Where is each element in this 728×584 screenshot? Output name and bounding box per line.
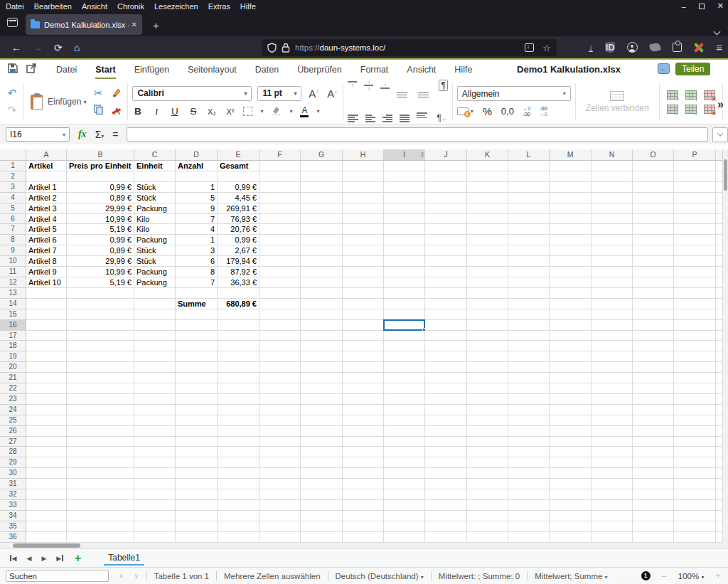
cell-x10[interactable]: [716, 256, 723, 267]
follow-editor-icon[interactable]: ←: [658, 63, 670, 74]
cell-F1[interactable]: [259, 161, 301, 171]
cell-O24[interactable]: [633, 405, 674, 415]
cell-G33[interactable]: [301, 500, 343, 511]
cell-J9[interactable]: [425, 245, 467, 256]
cell-E10[interactable]: 179,94 €: [218, 256, 259, 267]
cell-D8[interactable]: 1: [176, 235, 218, 245]
decrease-indent-icon[interactable]: ←: [418, 80, 432, 100]
cell-C28[interactable]: [134, 447, 176, 457]
status-item-4[interactable]: Mittelwert; Summe ▾: [535, 572, 607, 580]
cell-B7[interactable]: 5,19 €: [67, 224, 134, 235]
cell-C17[interactable]: [134, 331, 176, 341]
cell-H12[interactable]: [343, 277, 384, 288]
cell-F33[interactable]: [259, 500, 301, 511]
cell-B3[interactable]: 0,99 €: [67, 182, 134, 193]
cell-E25[interactable]: [218, 415, 259, 426]
cell-L17[interactable]: [508, 331, 550, 341]
center-vertically-icon[interactable]: ↓↑: [364, 80, 373, 92]
cell-B36[interactable]: [67, 532, 134, 543]
formatting-marks-icon[interactable]: ¶: [439, 80, 447, 91]
cell-M32[interactable]: [550, 489, 592, 500]
cell-K26[interactable]: [467, 426, 508, 437]
cell-O20[interactable]: [633, 362, 674, 373]
cell-I14[interactable]: [384, 299, 425, 309]
cell-B5[interactable]: 29,99 €: [67, 203, 134, 214]
column-header-L[interactable]: L: [508, 149, 550, 160]
cell-A5[interactable]: Artikel 3: [26, 203, 67, 214]
cell-O6[interactable]: [633, 214, 674, 225]
cell-J21[interactable]: [425, 373, 467, 383]
cell-M30[interactable]: [550, 468, 592, 479]
cell-J1[interactable]: [425, 161, 467, 171]
cell-F22[interactable]: [259, 383, 301, 394]
cell-A14[interactable]: [26, 299, 67, 309]
cell-K31[interactable]: [467, 479, 508, 489]
cell-E33[interactable]: [218, 500, 259, 511]
format-paintbrush-icon[interactable]: [110, 87, 123, 100]
cell-P20[interactable]: [674, 362, 716, 373]
cell-P34[interactable]: [674, 511, 716, 521]
cell-H20[interactable]: [343, 362, 384, 373]
cell-C19[interactable]: [134, 351, 176, 362]
cell-A11[interactable]: Artikel 9: [26, 267, 67, 277]
autosum-icon[interactable]: Σ▾: [95, 129, 105, 140]
cell-P21[interactable]: [674, 373, 716, 383]
cell-B14[interactable]: [67, 299, 134, 309]
cell-I30[interactable]: [384, 468, 425, 479]
cell-x27[interactable]: [716, 437, 723, 447]
cell-D19[interactable]: [176, 351, 218, 362]
cell-H16[interactable]: [343, 320, 384, 331]
cell-E15[interactable]: [218, 309, 259, 320]
cell-P8[interactable]: [674, 235, 716, 245]
cell-C20[interactable]: [134, 362, 176, 373]
cell-H10[interactable]: [343, 256, 384, 267]
cell-D29[interactable]: [176, 457, 218, 468]
cell-L16[interactable]: [508, 320, 550, 331]
browser-menu-bearbeiten[interactable]: Bearbeiten: [34, 2, 72, 11]
cell-A6[interactable]: Artikel 4: [26, 214, 67, 225]
number-format-icon[interactable]: 0,0: [501, 106, 514, 117]
cell-x7[interactable]: [716, 224, 723, 235]
cell-A28[interactable]: [26, 447, 67, 457]
browser-menu-chronik[interactable]: Chronik: [117, 2, 144, 11]
cell-L5[interactable]: [508, 203, 550, 214]
cell-D10[interactable]: 6: [176, 256, 218, 267]
cell-O9[interactable]: [633, 245, 674, 256]
cell-J32[interactable]: [425, 489, 467, 500]
cell-J35[interactable]: [425, 521, 467, 532]
cell-J20[interactable]: [425, 362, 467, 373]
cell-C25[interactable]: [134, 415, 176, 426]
cell-M31[interactable]: [550, 479, 592, 489]
cell-H4[interactable]: [343, 193, 384, 203]
cell-K22[interactable]: [467, 383, 508, 394]
cell-I22[interactable]: [384, 383, 425, 394]
cell-E21[interactable]: [218, 373, 259, 383]
cell-O14[interactable]: [633, 299, 674, 309]
cell-I31[interactable]: [384, 479, 425, 489]
cell-D15[interactable]: [176, 309, 218, 320]
cell-I19[interactable]: [384, 351, 425, 362]
row-header-23[interactable]: 23: [0, 394, 26, 405]
cell-A33[interactable]: [26, 500, 67, 511]
cell-P19[interactable]: [674, 351, 716, 362]
cell-K16[interactable]: [467, 320, 508, 331]
cell-G19[interactable]: [301, 351, 343, 362]
cell-J22[interactable]: [425, 383, 467, 394]
cell-K6[interactable]: [467, 214, 508, 225]
cell-H24[interactable]: [343, 405, 384, 415]
cell-F27[interactable]: [259, 437, 301, 447]
cell-E27[interactable]: [218, 437, 259, 447]
row-header-30[interactable]: 30: [0, 468, 26, 479]
cell-I16[interactable]: [384, 320, 425, 331]
cell-C27[interactable]: [134, 437, 176, 447]
cell-J36[interactable]: [425, 532, 467, 543]
cell-H8[interactable]: [343, 235, 384, 245]
justify-icon[interactable]: [400, 114, 410, 123]
cell-B13[interactable]: [67, 288, 134, 299]
cell-N35[interactable]: [592, 521, 633, 532]
row-header-22[interactable]: 22: [0, 383, 26, 394]
row-header-24[interactable]: 24: [0, 405, 26, 415]
cell-C2[interactable]: [134, 171, 176, 182]
cell-P11[interactable]: [674, 267, 716, 277]
row-header-10[interactable]: 10: [0, 256, 26, 267]
